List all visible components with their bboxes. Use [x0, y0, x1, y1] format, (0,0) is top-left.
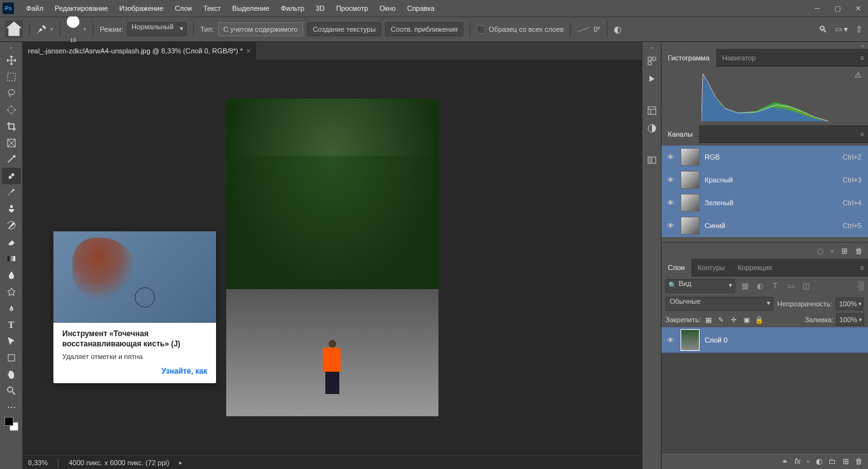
- create-texture-button[interactable]: Создание текстуры: [307, 22, 381, 36]
- canvas[interactable]: Инструмент «Точечная восстанавливающая к…: [23, 60, 642, 455]
- tool-preset[interactable]: ▾: [36, 24, 53, 35]
- filter-pixel-icon[interactable]: ▦: [739, 280, 750, 292]
- pressure-icon[interactable]: ◐: [614, 24, 621, 34]
- close-button[interactable]: ✕: [848, 0, 868, 17]
- histogram-warning-icon[interactable]: ⚠: [855, 71, 862, 79]
- proximity-match-button[interactable]: Соотв. приближения: [385, 22, 463, 36]
- lock-all-icon[interactable]: 🔒: [754, 315, 764, 325]
- delete-channel-icon[interactable]: 🗑: [855, 247, 863, 255]
- mask-icon[interactable]: ▫: [807, 457, 810, 466]
- lock-transparency-icon[interactable]: ▦: [703, 315, 714, 325]
- load-selection-icon[interactable]: ◌: [817, 247, 824, 255]
- menu-window[interactable]: Окно: [374, 0, 402, 17]
- channel-blue[interactable]: 👁 Синий Ctrl+5: [661, 214, 868, 237]
- visibility-icon[interactable]: 👁: [665, 176, 675, 184]
- tab-navigator[interactable]: Навигатор: [716, 49, 763, 67]
- filter-shape-icon[interactable]: ▭: [785, 280, 796, 292]
- channel-green[interactable]: 👁 Зеленый Ctrl+4: [661, 191, 868, 214]
- menu-help[interactable]: Справка: [402, 0, 440, 17]
- workspace-icon[interactable]: ▭ ▾: [835, 25, 848, 34]
- tab-adjustments[interactable]: Коррекция: [731, 259, 778, 276]
- menu-3d[interactable]: 3D: [310, 0, 330, 17]
- new-channel-icon[interactable]: ⊞: [841, 247, 848, 255]
- delete-layer-icon[interactable]: 🗑: [855, 457, 863, 466]
- frame-tool[interactable]: [2, 135, 21, 151]
- hand-tool[interactable]: [2, 366, 21, 383]
- tooltip-learn-link[interactable]: Узнайте, как: [62, 367, 207, 376]
- channel-rgb[interactable]: 👁 RGB Ctrl+2: [661, 146, 868, 168]
- spot-healing-tool[interactable]: [2, 168, 21, 184]
- panel-menu-icon[interactable]: ≡: [857, 130, 868, 138]
- visibility-icon[interactable]: 👁: [665, 199, 675, 207]
- brush-size[interactable]: 19: [67, 15, 79, 43]
- marquee-tool[interactable]: [2, 69, 21, 85]
- gradient-tool[interactable]: [2, 250, 21, 267]
- edit-toolbar[interactable]: ⋯: [2, 399, 21, 416]
- fill-value[interactable]: 100%: [836, 313, 864, 326]
- visibility-icon[interactable]: 👁: [665, 222, 675, 229]
- adjustments-panel-icon[interactable]: [644, 121, 660, 136]
- path-select-tool[interactable]: [2, 333, 21, 350]
- search-icon[interactable]: 🔍︎: [818, 24, 827, 34]
- maximize-button[interactable]: ▢: [827, 0, 848, 17]
- layer-row[interactable]: 👁 Слой 0: [661, 327, 868, 353]
- doc-dimensions[interactable]: 4000 пикс. x 6000 пикс. (72 ppi): [69, 459, 169, 466]
- shape-tool[interactable]: [2, 350, 21, 366]
- opacity-value[interactable]: 100%: [836, 297, 864, 310]
- filter-adjust-icon[interactable]: ◐: [754, 280, 766, 292]
- sample-all-layers-checkbox[interactable]: [477, 25, 485, 34]
- fx-icon[interactable]: fx: [794, 457, 800, 466]
- panel-menu-icon[interactable]: ≡: [857, 54, 868, 62]
- menu-layers[interactable]: Слои: [169, 0, 198, 17]
- menu-edit[interactable]: Редактирование: [49, 0, 114, 17]
- close-tab-icon[interactable]: ×: [247, 47, 250, 55]
- history-panel-icon[interactable]: [644, 53, 660, 69]
- lock-artboard-icon[interactable]: ▣: [742, 315, 752, 325]
- filter-smart-icon[interactable]: ◫: [800, 280, 811, 292]
- actions-panel-icon[interactable]: [644, 71, 660, 86]
- brush-tool[interactable]: [2, 184, 21, 201]
- angle-value[interactable]: 0°: [593, 25, 600, 33]
- libraries-panel-icon[interactable]: [644, 153, 660, 168]
- filter-type-icon[interactable]: T: [770, 280, 781, 292]
- save-selection-icon[interactable]: ▫: [831, 247, 834, 255]
- eraser-tool[interactable]: [2, 234, 21, 250]
- new-layer-icon[interactable]: ⊞: [843, 457, 849, 466]
- layer-filter-select[interactable]: Вид: [665, 279, 735, 293]
- expand-tools-icon[interactable]: »: [10, 44, 13, 52]
- tab-histogram[interactable]: Гистограмма: [661, 49, 716, 67]
- blur-tool[interactable]: [2, 267, 21, 283]
- color-swatch[interactable]: [2, 416, 21, 432]
- document-tab[interactable]: real_-jansen-zdkclAsrwA4-unsplash.jpg @ …: [23, 42, 256, 60]
- lasso-tool[interactable]: [2, 85, 21, 102]
- dodge-tool[interactable]: [2, 283, 21, 300]
- menu-filter[interactable]: Фильтр: [275, 0, 310, 17]
- clone-stamp-tool[interactable]: [2, 201, 21, 217]
- quick-select-tool[interactable]: [2, 102, 21, 118]
- visibility-icon[interactable]: 👁: [665, 336, 675, 344]
- zoom-tool[interactable]: [2, 383, 21, 399]
- eyedropper-tool[interactable]: [2, 151, 21, 168]
- channel-red[interactable]: 👁 Красный Ctrl+3: [661, 168, 868, 191]
- group-icon[interactable]: 🗀: [829, 457, 836, 466]
- minimize-button[interactable]: ─: [807, 0, 827, 17]
- menu-image[interactable]: Изображение: [114, 0, 169, 17]
- lock-pixels-icon[interactable]: ✎: [716, 315, 726, 325]
- panel-menu-icon[interactable]: ≡: [857, 264, 868, 271]
- adjustment-layer-icon[interactable]: ◐: [816, 457, 822, 466]
- layer-name[interactable]: Слой 0: [705, 336, 728, 344]
- properties-panel-icon[interactable]: [644, 103, 660, 118]
- tab-paths[interactable]: Контуры: [691, 259, 731, 276]
- type-tool[interactable]: T: [2, 316, 21, 333]
- menu-text[interactable]: Текст: [198, 0, 227, 17]
- history-brush-tool[interactable]: [2, 217, 21, 234]
- tab-layers[interactable]: Слои: [661, 259, 691, 276]
- menu-file[interactable]: Файл: [20, 0, 49, 17]
- link-layers-icon[interactable]: ⚭: [782, 457, 788, 466]
- share-icon[interactable]: ⇧: [855, 24, 863, 34]
- tab-channels[interactable]: Каналы: [661, 125, 699, 143]
- move-tool[interactable]: [2, 52, 21, 69]
- menu-select[interactable]: Выделение: [227, 0, 275, 17]
- crop-tool[interactable]: [2, 118, 21, 135]
- filter-toggle[interactable]: [858, 281, 864, 291]
